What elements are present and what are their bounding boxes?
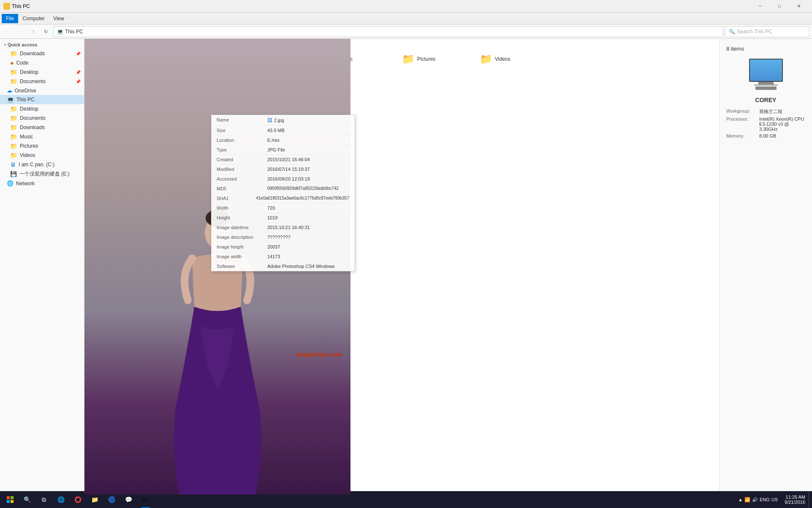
nav-forward-button[interactable]: → — [15, 26, 26, 37]
taskbar-time[interactable]: 11:26 AM 9/21/2016 — [781, 494, 809, 505]
nav-back-button[interactable]: ← — [3, 26, 14, 37]
taskbar-search[interactable]: 🔍 — [19, 491, 35, 508]
svg-rect-4 — [7, 496, 10, 499]
sidebar-item-code[interactable]: ● Code — [0, 58, 84, 68]
nav-refresh-button[interactable]: ↻ — [41, 26, 52, 37]
info-label-type: Type — [217, 147, 267, 152]
menu-computer[interactable]: Computer — [18, 14, 49, 23]
folder-icon: 📁 — [10, 78, 17, 85]
address-path-text: This PC — [65, 29, 83, 35]
info-label-image-height: Image height — [217, 244, 267, 249]
sidebar-item-drive-c[interactable]: 🖥 I am C pan. (C:) — [0, 160, 84, 169]
sidebar-item-label: Pictures — [20, 143, 38, 149]
folder-icon: 📁 — [10, 105, 17, 112]
explorer-icon: 🗂 — [142, 496, 148, 503]
svg-rect-6 — [7, 500, 10, 503]
info-value-image-description: ????????? — [267, 235, 349, 240]
language-indicator: ENG — [760, 497, 770, 502]
pin-icon: 📌 — [76, 70, 81, 75]
sidebar-item-label: I am C pan. (C:) — [19, 162, 54, 168]
windows-icon — [7, 496, 14, 503]
pc-icon: 💻 — [7, 96, 14, 103]
search-icon: 🔍 — [24, 496, 31, 503]
onedrive-icon: ☁ — [7, 87, 12, 94]
taskbar-start-button[interactable] — [2, 491, 19, 508]
sidebar-item-this-pc[interactable]: 💻 This PC — [0, 95, 84, 104]
drive-e-icon: 💾 — [10, 171, 17, 177]
tray-arrow[interactable]: ▲ — [738, 497, 743, 502]
info-row-type: Type JPG File — [212, 145, 354, 155]
sidebar-quick-access-header[interactable]: ▼ Quick access — [0, 41, 84, 49]
taskbar-cortana[interactable]: ⭕ — [69, 491, 86, 508]
info-row-accessed: Accessed 2016/09/20 12:03:19 — [212, 174, 354, 184]
sidebar-item-drive-e[interactable]: 💾 一个没屁用的硬盘 (E:) — [0, 169, 84, 179]
folder-item-name: Videos — [495, 56, 510, 62]
info-row-height: Height 1019 — [212, 213, 354, 223]
pc-processor-label: Processor: — [726, 116, 756, 122]
minimize-button[interactable]: ─ — [750, 0, 770, 13]
sidebar-item-label: Downloads — [20, 51, 45, 57]
sidebar-item-label: Downloads — [20, 124, 45, 130]
sidebar-item-pictures[interactable]: 📁 Pictures — [0, 141, 84, 151]
info-label-image-datetime: Image datetime — [217, 225, 267, 230]
info-value-location: E:/res — [267, 138, 349, 143]
pc-name: COREY — [755, 97, 777, 103]
folder-icon: 📁 — [10, 143, 17, 149]
pin-icon: 📌 — [76, 79, 81, 84]
info-value-image-height: 20037 — [267, 244, 349, 249]
info-label-height: Height — [217, 215, 267, 220]
sidebar-item-desktop-pc[interactable]: 📁 Desktop — [0, 104, 84, 113]
keyboard — [755, 86, 777, 90]
info-label-image-description: Image description — [217, 235, 267, 240]
taskbar-ie[interactable]: 🌐 — [52, 491, 69, 508]
folder-item-videos[interactable]: 📁 Videos — [476, 51, 552, 67]
sidebar-item-label: 一个没屁用的硬盘 (E:) — [19, 170, 70, 178]
title-bar-title: This PC — [12, 3, 30, 9]
sidebar-item-network[interactable]: 🌐 Network — [0, 179, 84, 188]
address-path[interactable]: 💻 This PC — [53, 26, 723, 37]
network-icon: 🌐 — [7, 180, 14, 186]
close-button[interactable]: ✕ — [789, 0, 809, 13]
info-filename-text: 2.jpg — [274, 118, 284, 123]
menu-view[interactable]: View — [49, 14, 68, 23]
app-icon: 💬 — [125, 496, 132, 503]
sidebar-item-onedrive[interactable]: ☁ OneDrive — [0, 86, 84, 95]
info-row-sha1: SHA1 41e0a6180315a3ae6ac6c1776d5c87eeb76… — [212, 194, 354, 203]
sidebar-item-documents-quick[interactable]: 📁 Documents 📌 — [0, 77, 84, 86]
sidebar-item-label: Documents — [20, 78, 46, 84]
menu-bar: File Computer View — [0, 13, 812, 24]
sidebar-item-videos[interactable]: 📁 Videos — [0, 151, 84, 160]
maximize-button[interactable]: □ — [770, 0, 789, 13]
pc-preview-container — [749, 59, 783, 90]
sidebar-item-label: Videos — [20, 152, 35, 158]
folder-icon: 📁 — [480, 53, 492, 65]
sidebar-item-music[interactable]: 📁 Music — [0, 132, 84, 141]
taskbar-show-desktop[interactable] — [809, 491, 810, 508]
items-count: 8 items — [726, 46, 744, 52]
info-label-image-width: Image width — [217, 254, 267, 259]
sidebar-item-desktop-quick[interactable]: 📁 Desktop 📌 — [0, 68, 84, 77]
sidebar-item-label: Music — [20, 134, 33, 140]
taskbar-task-view[interactable]: ⧉ — [35, 491, 52, 508]
folder-icon: 📁 — [10, 152, 17, 159]
pin-icon: 📌 — [76, 51, 81, 56]
info-row-created: Created 2015/10/21 16:46:04 — [212, 155, 354, 165]
sidebar-item-downloads-pc[interactable]: 📁 Downloads — [0, 123, 84, 132]
menu-file[interactable]: File — [2, 14, 18, 23]
nav-up-button[interactable]: ↑ — [28, 26, 39, 37]
info-label-sha1: SHA1 — [217, 196, 256, 201]
jpg-icon: 🖼 — [267, 117, 272, 123]
pc-memory-value: 8.00 GB — [759, 133, 776, 138]
folder-item-pictures[interactable]: 📁 Pictures — [399, 51, 475, 67]
code-icon: ● — [10, 59, 14, 66]
date-display: 9/21/2016 — [785, 500, 805, 505]
search-icon: 🔍 — [729, 29, 735, 35]
sidebar-item-label: Desktop — [20, 106, 38, 112]
pc-workgroup-row: Workgroup: 英格兰二组 — [726, 108, 805, 115]
search-box[interactable]: 🔍 Search This PC — [725, 26, 809, 37]
sidebar-item-label: This PC — [16, 97, 35, 103]
sidebar-item-documents-pc[interactable]: 📁 Documents — [0, 113, 84, 123]
sidebar-item-downloads-quick[interactable]: 📁 Downloads 📌 — [0, 49, 84, 58]
address-bar: ← → ↑ ↻ 💻 This PC 🔍 Search This PC — [0, 24, 812, 39]
monitor-base — [754, 84, 778, 86]
